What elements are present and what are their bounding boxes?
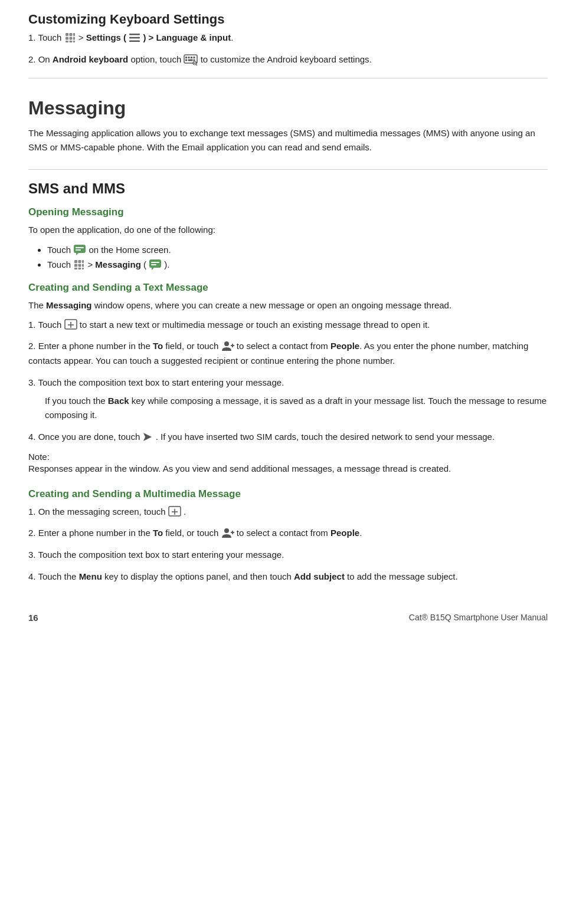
svg-rect-17 bbox=[185, 59, 187, 61]
note-label: Note: bbox=[28, 452, 50, 462]
svg-rect-30 bbox=[78, 264, 81, 267]
text-step4-prefix: 4. Once you are done, touch bbox=[28, 432, 142, 442]
multimedia-step1-prefix: 1. On the messaging screen, touch bbox=[28, 507, 168, 517]
multimedia-step2-suffix: to select a contact from People. bbox=[237, 528, 362, 538]
sms-mms-title: SMS and MMS bbox=[28, 180, 548, 197]
footer: 16 Cat® B15Q Smartphone User Manual bbox=[28, 613, 548, 623]
step2-prefix: 2. On Android keyboard option, touch bbox=[28, 54, 184, 64]
customizing-keyboard-heading: Customizing Keyboard Settings bbox=[28, 12, 548, 27]
svg-marker-36 bbox=[152, 268, 154, 270]
svg-rect-34 bbox=[82, 268, 84, 269]
text-step1: 1. Touch to start a new text or multimed… bbox=[28, 318, 548, 333]
svg-rect-2 bbox=[73, 33, 75, 36]
creating-text-subsection: Creating and Sending a Text Message The … bbox=[28, 282, 548, 476]
svg-rect-18 bbox=[188, 59, 193, 61]
text-step3-text: 3. Touch the composition text box to sta… bbox=[28, 377, 284, 387]
svg-rect-4 bbox=[69, 37, 72, 40]
home-messaging-icon bbox=[73, 244, 86, 256]
svg-line-21 bbox=[197, 64, 198, 65]
opening-messaging-intro: To open the application, do one of the f… bbox=[28, 223, 548, 238]
multimedia-step2: 2. Enter a phone number in the To field,… bbox=[28, 526, 548, 541]
compose-icon-2 bbox=[168, 506, 181, 518]
svg-rect-8 bbox=[73, 41, 75, 42]
svg-rect-35 bbox=[149, 259, 161, 268]
text-step1-prefix: 1. Touch bbox=[28, 320, 64, 330]
opening-messaging-subsection: Opening Messaging To open the applicatio… bbox=[28, 206, 548, 272]
customizing-keyboard-section: Customizing Keyboard Settings 1. Touch >… bbox=[28, 12, 548, 67]
send-icon bbox=[142, 432, 153, 442]
multimedia-step3: 3. Touch the composition text box to sta… bbox=[28, 548, 548, 563]
creating-multimedia-subsection: Creating and Sending a Multimedia Messag… bbox=[28, 488, 548, 584]
svg-rect-12 bbox=[184, 55, 197, 63]
svg-rect-28 bbox=[82, 260, 84, 263]
svg-marker-23 bbox=[76, 253, 78, 255]
messaging-icon-2 bbox=[149, 259, 162, 271]
svg-marker-45 bbox=[143, 433, 152, 441]
bullet2-arrow: > Messaging ( bbox=[87, 259, 146, 269]
svg-rect-33 bbox=[78, 268, 81, 269]
compose-icon bbox=[64, 319, 77, 331]
text-step3-indent: If you touch the Back key while composin… bbox=[45, 394, 548, 423]
multimedia-step1: 1. On the messaging screen, touch . bbox=[28, 505, 548, 519]
svg-rect-32 bbox=[74, 268, 77, 269]
sms-mms-section: SMS and MMS Opening Messaging To open th… bbox=[28, 180, 548, 584]
svg-rect-31 bbox=[82, 264, 84, 267]
apps-icon bbox=[64, 32, 76, 44]
text-step1-suffix: to start a new text or multimedia messag… bbox=[80, 320, 430, 330]
text-step3: 3. Touch the composition text box to sta… bbox=[28, 376, 548, 423]
footer-page-number: 16 bbox=[28, 613, 38, 623]
messaging-section: Messaging The Messaging application allo… bbox=[28, 97, 548, 156]
bullet2-close: ). bbox=[164, 259, 169, 269]
bullet1-suffix: on the Home screen. bbox=[89, 245, 171, 255]
divider-1 bbox=[28, 78, 548, 78]
step1-keyboard: 1. Touch > Settings ( ) > Language & inp… bbox=[28, 31, 548, 45]
creating-text-heading: Creating and Sending a Text Message bbox=[28, 282, 548, 294]
svg-rect-27 bbox=[78, 260, 81, 263]
text-step4-suffix: . If you have inserted two SIM cards, to… bbox=[156, 432, 495, 442]
note-text: Responses appear in the window. As you v… bbox=[28, 462, 548, 476]
svg-rect-13 bbox=[185, 57, 187, 58]
footer-title: Cat® B15Q Smartphone User Manual bbox=[409, 613, 548, 622]
svg-rect-3 bbox=[66, 37, 68, 40]
svg-rect-25 bbox=[76, 249, 81, 251]
svg-rect-26 bbox=[74, 260, 77, 263]
step1-prefix: 1. Touch bbox=[28, 32, 64, 42]
svg-rect-16 bbox=[194, 57, 195, 58]
svg-rect-29 bbox=[74, 264, 77, 267]
keyboard-settings-icon bbox=[184, 54, 198, 65]
multimedia-step2-prefix: 2. Enter a phone number in the To field,… bbox=[28, 528, 221, 538]
person-add-icon bbox=[221, 340, 234, 352]
svg-rect-6 bbox=[66, 41, 68, 42]
bullet-item-1: Touch on the Home screen. bbox=[47, 242, 548, 258]
svg-rect-19 bbox=[194, 59, 195, 61]
step2-suffix: to customize the Android keyboard settin… bbox=[201, 54, 372, 64]
svg-rect-15 bbox=[191, 57, 192, 58]
bullet1-prefix: Touch bbox=[47, 245, 73, 255]
step1-settings-close: ) > Language & input. bbox=[143, 32, 233, 42]
person-add-icon-2 bbox=[221, 527, 234, 539]
svg-rect-1 bbox=[69, 33, 72, 36]
svg-rect-7 bbox=[69, 41, 72, 42]
text-step2: 2. Enter a phone number in the To field,… bbox=[28, 339, 548, 369]
apps-icon-2 bbox=[73, 259, 85, 271]
multimedia-step3-text: 3. Touch the composition text box to sta… bbox=[28, 550, 284, 560]
bullet-item-2: Touch > Messaging ( bbox=[47, 257, 548, 272]
opening-messaging-bullets: Touch on the Home screen. Touch bbox=[47, 242, 548, 272]
opening-messaging-heading: Opening Messaging bbox=[28, 206, 548, 218]
svg-rect-24 bbox=[76, 247, 84, 248]
svg-rect-22 bbox=[74, 245, 86, 253]
svg-rect-0 bbox=[66, 33, 68, 36]
svg-rect-10 bbox=[129, 37, 140, 39]
svg-point-49 bbox=[224, 528, 229, 533]
divider-2 bbox=[28, 169, 548, 170]
creating-text-intro: The Messaging window opens, where you ca… bbox=[28, 298, 548, 313]
note-block: Note: Responses appear in the window. As… bbox=[28, 452, 548, 476]
svg-rect-11 bbox=[129, 41, 140, 42]
multimedia-step1-suffix: . bbox=[184, 507, 186, 517]
messaging-title: Messaging bbox=[28, 97, 548, 119]
multimedia-step4: 4. Touch the Menu key to display the opt… bbox=[28, 570, 548, 584]
settings-icon bbox=[129, 32, 140, 44]
svg-point-42 bbox=[224, 341, 229, 346]
svg-rect-14 bbox=[188, 57, 190, 58]
text-step4: 4. Once you are done, touch . If you hav… bbox=[28, 430, 548, 445]
